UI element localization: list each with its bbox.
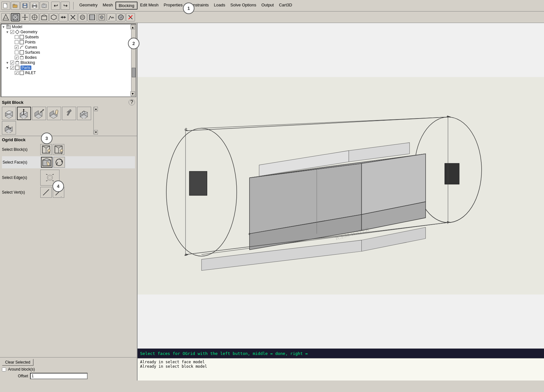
svg-marker-50 <box>15 30 19 34</box>
menu-cart3d[interactable]: Cart3D <box>276 2 295 10</box>
tree-item-points[interactable]: Points <box>1 40 136 45</box>
tree-item-bodies[interactable]: Bodies <box>1 55 136 60</box>
offset-input[interactable] <box>30 373 88 379</box>
tree-item-parts[interactable]: ▼ Parts <box>1 65 136 70</box>
tree-checkbox-points[interactable] <box>15 40 19 44</box>
svg-marker-31 <box>64 16 66 19</box>
menu-output[interactable]: Output <box>259 2 276 10</box>
svg-rect-56 <box>16 62 19 64</box>
menu-loads[interactable]: Loads <box>211 2 228 10</box>
tb2-btn7[interactable] <box>59 13 68 21</box>
toolbar-redo[interactable]: ↪ <box>61 2 70 10</box>
tree-checkbox-geometry[interactable] <box>10 30 14 34</box>
svg-point-11 <box>43 5 45 7</box>
svg-rect-5 <box>24 4 26 5</box>
split-scroll-up[interactable]: ▲ <box>94 107 98 111</box>
around-blocks-checkbox[interactable] <box>2 367 6 372</box>
tree-scroll-down[interactable]: ▼ <box>130 91 135 96</box>
svg-marker-121 <box>61 189 63 190</box>
tree-checkbox-subsets[interactable] <box>15 35 19 39</box>
svg-rect-53 <box>20 50 24 54</box>
menu-edit-mesh[interactable]: Edit Mesh <box>138 2 161 10</box>
tree-checkbox-bodies[interactable] <box>15 56 19 59</box>
ogrid-vert-btn2[interactable]: - <box>53 187 64 198</box>
ogrid-row-verts: Select Vert(s) <box>2 187 135 198</box>
main-layout: ▼ Model ▼ Geometry Subsets <box>0 23 544 380</box>
tree-checkbox-surfaces[interactable] <box>15 50 19 54</box>
ogrid-vert-btn1[interactable] <box>40 187 52 198</box>
menu-bar: ↩ ↪ Geometry Mesh Blocking Edit Mesh Pro… <box>0 0 544 12</box>
ogrid-label-edges: Select Edge(s) <box>2 175 40 180</box>
svg-point-90 <box>10 128 12 129</box>
offset-row: Offset <box>2 373 135 379</box>
menu-blocking[interactable]: Blocking <box>115 2 138 10</box>
toolbar-new[interactable] <box>1 2 10 10</box>
tb2-btn11[interactable] <box>97 13 106 21</box>
tree-item-inlet[interactable]: INLET <box>1 70 136 75</box>
tree-icon-inlet <box>20 71 24 75</box>
tb2-btn13[interactable]: ✓ <box>116 13 125 21</box>
menu-constraints[interactable]: Constraints <box>185 2 211 10</box>
tree-item-curves[interactable]: Curves <box>1 45 136 50</box>
tree-item-blocking[interactable]: ▼ Blocking <box>1 60 136 65</box>
split-block-btn2[interactable] <box>17 107 31 120</box>
ogrid-block-btn2[interactable]: + <box>53 144 64 155</box>
tree-item-model[interactable]: ▼ Model <box>1 24 136 29</box>
menu-properties[interactable]: Properties <box>161 2 185 10</box>
toolbar-screenshot[interactable] <box>40 2 49 10</box>
tb2-btn12[interactable] <box>107 13 116 21</box>
tb2-btn8[interactable] <box>68 13 77 21</box>
ogrid-block-btn1[interactable] <box>40 144 52 155</box>
tree-panel[interactable]: ▼ Model ▼ Geometry Subsets <box>1 24 136 97</box>
tree-label-subsets: Subsets <box>25 35 39 39</box>
tb2-btn9[interactable] <box>78 13 87 21</box>
menu-solve-options[interactable]: Solve Options <box>228 2 259 10</box>
toolbar-open[interactable] <box>11 2 20 10</box>
toolbar-print[interactable] <box>30 2 39 10</box>
split-block-btn7[interactable] <box>2 121 16 135</box>
ogrid-face-btn2[interactable] <box>53 157 65 168</box>
clear-selected-button[interactable]: Clear Selected <box>2 359 34 366</box>
menu-geometry[interactable]: Geometry <box>77 2 100 10</box>
tree-scrollbar-thumb[interactable] <box>132 68 136 77</box>
split-icons-scrollbar[interactable]: ▲ ▼ <box>93 107 98 135</box>
tb2-btn4[interactable] <box>30 13 39 21</box>
tb2-btn5[interactable] <box>40 13 49 21</box>
tb2-btn10[interactable] <box>88 13 97 21</box>
tree-checkbox-blocking[interactable] <box>10 61 14 65</box>
scene-svg: ICEM WATER + + + + + <box>138 23 544 349</box>
viewport-canvas[interactable]: ICEM WATER + + + + + <box>138 23 544 349</box>
tree-item-geometry[interactable]: ▼ Geometry <box>1 29 136 35</box>
svg-line-17 <box>15 15 18 17</box>
split-scroll-down[interactable]: ▼ <box>94 130 98 135</box>
svg-rect-3 <box>13 4 15 5</box>
tb2-btn1[interactable] <box>1 13 10 21</box>
split-block-btn1[interactable] <box>2 107 16 120</box>
tree-item-subsets[interactable]: Subsets <box>1 35 136 40</box>
tb2-btn14[interactable] <box>126 13 135 21</box>
tree-label-bodies: Bodies <box>25 55 37 60</box>
menu-mesh[interactable]: Mesh <box>100 2 115 10</box>
toolbar-undo[interactable]: ↩ <box>51 2 60 10</box>
tree-checkbox-parts[interactable] <box>10 66 14 70</box>
split-block-btn3[interactable] <box>32 107 46 120</box>
tree-checkbox-inlet[interactable] <box>15 71 19 75</box>
split-block-section: Split Block ? <box>0 98 137 136</box>
toolbar-save[interactable] <box>20 2 29 10</box>
svg-text:✓: ✓ <box>120 16 122 19</box>
tree-scrollbar[interactable]: ▲ ▼ <box>131 24 136 96</box>
split-block-help[interactable]: ? <box>129 99 135 105</box>
split-block-btn4[interactable] <box>47 107 61 120</box>
tb2-btn6[interactable] <box>49 13 58 21</box>
split-block-btn5[interactable] <box>62 107 76 120</box>
split-block-btn6[interactable] <box>77 107 91 120</box>
tb2-btn2[interactable] <box>11 13 20 21</box>
ogrid-face-btn1[interactable] <box>41 157 52 168</box>
ogrid-edge-btn1[interactable] <box>40 170 59 186</box>
ogrid-block-icons: + <box>40 144 64 155</box>
tree-item-surfaces[interactable]: Surfaces <box>1 50 136 55</box>
tb2-btn3[interactable] <box>20 13 29 21</box>
tree-checkbox-curves[interactable] <box>15 45 19 49</box>
ogrid-block-title: Ogrid Block <box>2 137 135 142</box>
tree-scroll-up[interactable]: ▲ <box>130 25 135 29</box>
